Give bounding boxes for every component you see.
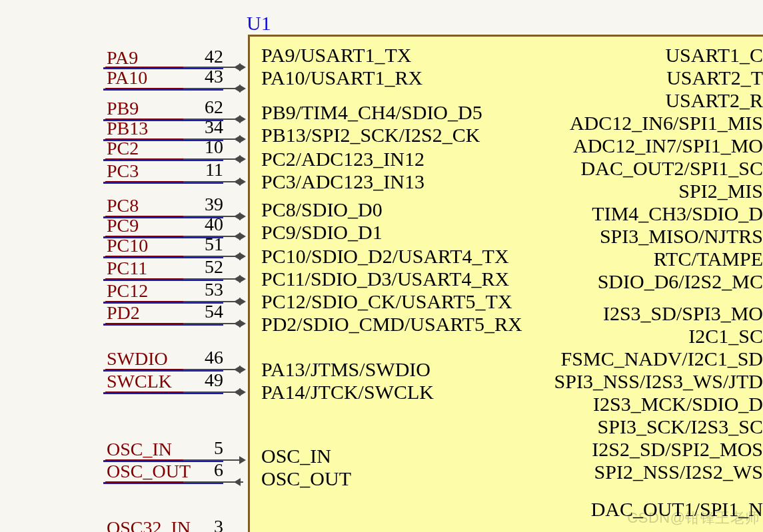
pin-description: PB13/SPI2_SCK/I2S2_CK	[261, 124, 480, 146]
pin-description: PA13/JTMS/SWDIO	[261, 358, 430, 381]
pin-description-right: I2C1_SC	[688, 325, 763, 348]
net-label: PC10	[107, 235, 148, 256]
pin-description-right: SPI3_MISO/NJTRS	[600, 225, 763, 248]
pin-description: PC9/SDIO_D1	[261, 221, 382, 244]
pin-direction-icon	[223, 250, 250, 264]
pin-direction-icon	[223, 61, 250, 75]
pin-description-right: SPI2_NSS/I2S2_WS	[594, 461, 763, 483]
pin-direction-icon	[223, 83, 250, 96]
pin-description: PC3/ADC123_IN13	[261, 170, 424, 193]
pin-direction-icon	[223, 176, 250, 189]
pin-description: PC8/SDIO_D0	[261, 198, 382, 221]
pin-description: PA9/USART1_TX	[261, 44, 411, 67]
pin-direction-icon	[223, 318, 250, 331]
net-label: PD2	[107, 302, 140, 324]
net-label: OSC_IN	[107, 439, 172, 460]
pin-description-right: DAC_OUT1/SPI1_N	[591, 498, 763, 521]
net-label: PC12	[107, 280, 148, 302]
pin-description-right: DAC_OUT2/SPI1_SC	[581, 157, 763, 180]
pin-number: 53	[183, 279, 223, 300]
pin-description: PB9/TIM4_CH4/SDIO_D5	[261, 101, 482, 124]
pin-number: 62	[183, 97, 223, 118]
pin-direction-icon	[223, 153, 250, 166]
net-label: PC2	[107, 138, 139, 159]
net-label: PC3	[107, 160, 139, 182]
pin-number: 3	[183, 516, 223, 532]
pin-description-right: TIM4_CH3/SDIO_D	[592, 202, 763, 225]
pin-direction-icon	[223, 113, 250, 127]
pin-description-right: SPI3_NSS/I2S3_WS/JTD	[554, 370, 763, 393]
pin-number: 42	[183, 46, 223, 67]
pin-number: 43	[183, 66, 223, 87]
pin-number: 39	[183, 194, 223, 215]
pin-description-right: SPI3_SCK/I2S3_SC	[598, 415, 763, 438]
net-label: PC9	[107, 215, 139, 236]
net-label: PB9	[107, 98, 139, 119]
net-label: SWDIO	[107, 348, 168, 370]
pin-number: 51	[183, 234, 223, 255]
pin-description: PC12/SDIO_CK/USART5_TX	[261, 290, 512, 313]
pin-description: PC11/SDIO_D3/USART4_RX	[261, 268, 509, 290]
pin-number: 6	[183, 459, 223, 481]
pin-number: 11	[183, 159, 223, 180]
net-label: PC11	[107, 258, 147, 279]
pin-description-right: USART2_R	[665, 89, 763, 112]
pin-direction-icon	[223, 210, 250, 224]
pin-description-right: ADC12_IN6/SPI1_MIS	[570, 112, 763, 134]
pin-direction-icon	[223, 364, 250, 377]
pin-number: 54	[183, 301, 223, 322]
pin-description-right: I2S3_MCK/SDIO_D	[593, 393, 763, 415]
pin-number: 46	[183, 347, 223, 368]
pin-number: 10	[183, 136, 223, 158]
pin-number: 5	[183, 437, 223, 459]
pin-description-right: I2S3_SD/SPI3_MO	[603, 302, 763, 325]
net-label: PB13	[107, 118, 148, 139]
pin-description-right: SPI2_MIS	[678, 180, 763, 202]
pin-description: PC2/ADC123_IN12	[261, 148, 424, 170]
pin-direction-icon	[223, 454, 250, 467]
pin-description-right: USART1_C	[665, 44, 763, 67]
pin-description: PC10/SDIO_D2/USART4_TX	[261, 245, 509, 268]
pin-description: PA14/JTCK/SWCLK	[261, 381, 434, 403]
net-label: SWCLK	[107, 371, 172, 392]
pin-description-right: SDIO_D6/I2S2_MC	[598, 270, 763, 293]
pin-description-right: RTC/TAMPE	[654, 248, 763, 270]
pin-direction-icon	[223, 386, 250, 399]
pin-direction-icon	[223, 273, 250, 286]
pin-number: 49	[183, 370, 223, 391]
pin-description: PA10/USART1_RX	[261, 67, 422, 89]
pin-number-underline	[183, 323, 223, 324]
net-label: PA10	[107, 67, 147, 89]
pin-description-right: I2S2_SD/SPI2_MOS	[592, 438, 763, 461]
reference-designator: U1	[247, 12, 271, 35]
pin-number-underline	[183, 481, 223, 483]
pin-direction-icon	[223, 230, 250, 244]
net-label: OSC_OUT	[107, 461, 191, 482]
pin-number-underline	[183, 88, 223, 89]
net-label: PC8	[107, 195, 139, 216]
pin-description: OSC_IN	[261, 445, 331, 467]
pin-description: OSC_OUT	[261, 467, 351, 490]
pin-number-underline	[183, 392, 223, 393]
pin-number: 34	[183, 117, 223, 138]
pin-number: 52	[183, 256, 223, 278]
pin-description-right: ADC12_IN7/SPI1_MO	[573, 134, 763, 157]
pin-direction-icon	[223, 296, 250, 309]
pin-direction-icon	[223, 476, 250, 489]
pin-description-right: USART2_T	[666, 67, 763, 89]
pin-number: 40	[183, 214, 223, 235]
pin-number-underline	[183, 181, 223, 182]
net-label: PA9	[107, 47, 138, 69]
pin-direction-icon	[223, 133, 250, 146]
net-label: OSC32_IN	[107, 517, 191, 532]
pin-description: PD2/SDIO_CMD/USART5_RX	[261, 313, 522, 336]
pin-description-right: FSMC_NADV/I2C1_SD	[561, 348, 763, 370]
